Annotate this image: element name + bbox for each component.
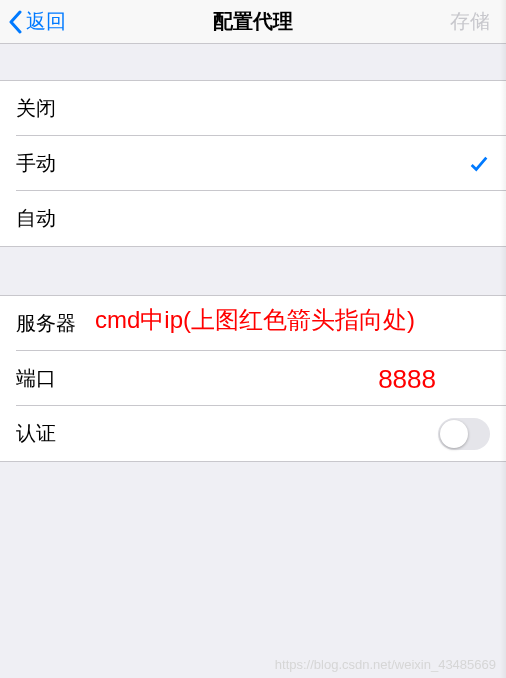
watermark: https://blog.csdn.net/weixin_43485669 (275, 657, 496, 672)
back-button[interactable]: 返回 (8, 8, 66, 35)
toggle-knob (440, 420, 468, 448)
section-spacer (0, 247, 506, 295)
server-annotation: cmd中ip(上图红色箭头指向处) (95, 304, 415, 336)
auth-label: 认证 (16, 420, 56, 447)
port-label: 端口 (16, 365, 56, 392)
proxy-mode-auto[interactable]: 自动 (0, 191, 506, 246)
page-title: 配置代理 (213, 8, 293, 35)
row-label: 手动 (16, 150, 56, 177)
port-annotation: 8888 (378, 363, 436, 394)
auth-toggle[interactable] (438, 418, 490, 450)
auth-row: 认证 (0, 406, 506, 461)
proxy-config-group: 服务器 cmd中ip(上图红色箭头指向处) 端口 8888 认证 (0, 295, 506, 462)
server-label: 服务器 (16, 310, 76, 337)
proxy-mode-manual[interactable]: 手动 (0, 136, 506, 191)
section-spacer (0, 44, 506, 80)
scroll-edge (500, 0, 506, 678)
back-label: 返回 (26, 8, 66, 35)
save-button[interactable]: 存储 (450, 8, 498, 35)
row-label: 关闭 (16, 95, 56, 122)
chevron-left-icon (8, 10, 22, 34)
checkmark-icon (468, 153, 490, 175)
navigation-bar: 返回 配置代理 存储 (0, 0, 506, 44)
server-row[interactable]: 服务器 cmd中ip(上图红色箭头指向处) (0, 296, 506, 351)
port-row[interactable]: 端口 8888 (0, 351, 506, 406)
proxy-mode-group: 关闭 手动 自动 (0, 80, 506, 247)
proxy-mode-off[interactable]: 关闭 (0, 81, 506, 136)
row-label: 自动 (16, 205, 56, 232)
